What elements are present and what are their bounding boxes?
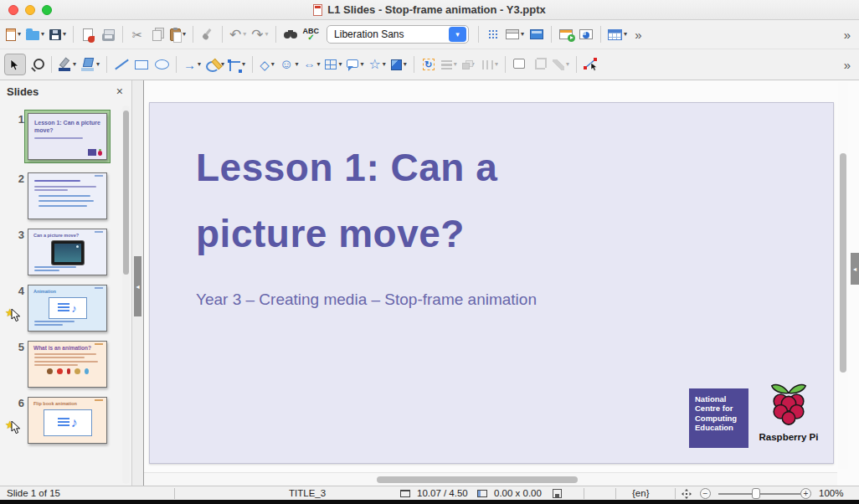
slide-thumbnail-6[interactable]: 6 ★ Flip book animation ♪ bbox=[0, 397, 120, 444]
lines-arrows-button[interactable]: →▾ bbox=[182, 54, 203, 75]
start-slideshow-button[interactable] bbox=[557, 23, 575, 45]
slide-thumbnail-2[interactable]: 2 bbox=[0, 172, 120, 219]
select-tool-button[interactable] bbox=[4, 54, 26, 75]
thumbnail-canvas[interactable]: Lesson 1: Can a picture move? bbox=[28, 113, 107, 160]
zoom-slider-thumb[interactable] bbox=[752, 488, 760, 499]
block-arrows-button[interactable]: ⇔▾ bbox=[301, 54, 321, 75]
3d-objects-caret[interactable]: ▾ bbox=[404, 61, 407, 68]
redo-dropdown-caret[interactable]: ▾ bbox=[265, 31, 269, 38]
zoom-window-button[interactable] bbox=[42, 5, 52, 15]
line-color-button[interactable]: ▾ bbox=[57, 54, 78, 75]
thumbnail-canvas[interactable]: Can a picture move? bbox=[28, 229, 107, 275]
basic-shapes-button[interactable]: ◇▾ bbox=[258, 54, 276, 75]
arrows-caret[interactable]: ▾ bbox=[198, 61, 201, 68]
language-status[interactable]: {en} bbox=[632, 488, 649, 498]
vertical-scrollbar-thumb[interactable] bbox=[840, 153, 846, 373]
slide-canvas[interactable]: Lesson 1: Can a picture move? Year 3 – C… bbox=[149, 102, 834, 464]
save-button[interactable]: ▾ bbox=[48, 23, 68, 45]
open-button[interactable]: ▾ bbox=[24, 23, 46, 45]
insert-rectangle-button[interactable] bbox=[132, 54, 151, 75]
thumbnail-canvas[interactable]: Flip book animation ♪ bbox=[28, 397, 107, 444]
export-pdf-button[interactable] bbox=[79, 23, 97, 45]
transformations-button[interactable]: ↻ bbox=[419, 54, 438, 75]
callouts-caret[interactable]: ▾ bbox=[360, 61, 363, 68]
symbol-shapes-button[interactable]: ☺▾ bbox=[278, 54, 300, 75]
views-dropdown-caret[interactable]: ▾ bbox=[521, 31, 524, 38]
toolbar-overflow-button-right[interactable]: » bbox=[839, 28, 856, 42]
undo-dropdown-caret[interactable]: ▾ bbox=[243, 31, 246, 38]
callout-shapes-button[interactable]: ▾ bbox=[345, 54, 365, 75]
new-dropdown-caret[interactable]: ▾ bbox=[18, 31, 21, 38]
insert-ellipse-button[interactable] bbox=[152, 54, 171, 75]
zoom-in-button[interactable]: + bbox=[800, 488, 811, 499]
horizontal-scrollbar[interactable] bbox=[144, 472, 837, 486]
panel-splitter[interactable]: ◂ bbox=[132, 80, 144, 486]
font-name-combobox[interactable]: Liberation Sans ▾ bbox=[327, 25, 469, 44]
insert-table-button[interactable]: ▾ bbox=[606, 23, 629, 45]
panel-scrollbar-thumb[interactable] bbox=[123, 111, 129, 275]
paste-dropdown-caret[interactable]: ▾ bbox=[183, 31, 186, 38]
insert-chart-button[interactable] bbox=[577, 23, 595, 45]
vertical-scrollbar[interactable] bbox=[838, 82, 848, 469]
font-name-value[interactable]: Liberation Sans bbox=[327, 28, 449, 40]
slide-title-text[interactable]: Lesson 1: Can a picture move? bbox=[196, 135, 615, 267]
sidebar-collapse-handle[interactable]: ◂ bbox=[851, 253, 859, 285]
copy-button[interactable] bbox=[148, 23, 167, 45]
connectors-button[interactable]: ▾ bbox=[228, 54, 247, 75]
open-dropdown-caret[interactable]: ▾ bbox=[41, 31, 44, 38]
close-window-button[interactable] bbox=[8, 5, 18, 15]
thumbnail-canvas[interactable]: Animation ♪ bbox=[28, 285, 107, 332]
redo-button[interactable]: ↷▾ bbox=[249, 23, 270, 45]
display-grid-button[interactable] bbox=[484, 23, 502, 45]
zoom-percent-value[interactable]: 100% bbox=[819, 488, 843, 498]
flowchart-shapes-button[interactable]: ▾ bbox=[323, 54, 343, 75]
stars-caret[interactable]: ▾ bbox=[383, 61, 386, 68]
edit-points-button[interactable] bbox=[582, 54, 600, 75]
slide-transition-indicator[interactable]: ★ bbox=[5, 306, 25, 325]
toolbar-overflow-button[interactable]: » bbox=[630, 28, 646, 42]
basic-shapes-caret[interactable]: ▾ bbox=[271, 61, 275, 68]
horizontal-scrollbar-thumb[interactable] bbox=[377, 476, 578, 483]
cut-button[interactable]: ✂ bbox=[128, 23, 147, 45]
fit-slide-button[interactable] bbox=[682, 489, 692, 501]
shadow-button[interactable] bbox=[511, 54, 529, 75]
connectors-caret[interactable]: ▾ bbox=[242, 61, 245, 68]
symbol-shapes-caret[interactable]: ▾ bbox=[295, 61, 298, 68]
star-shapes-button[interactable]: ☆▾ bbox=[367, 54, 387, 75]
thumbnail-canvas[interactable]: What is an animation? bbox=[28, 341, 107, 388]
table-dropdown-caret[interactable]: ▾ bbox=[624, 31, 627, 38]
save-dropdown-caret[interactable]: ▾ bbox=[63, 31, 66, 38]
new-presentation-button[interactable]: ▾ bbox=[4, 23, 23, 45]
insert-line-button[interactable] bbox=[112, 54, 131, 75]
master-slide-button[interactable] bbox=[527, 23, 546, 45]
slide-thumbnail-1[interactable]: 1 Lesson 1: Can a picture move? bbox=[0, 113, 120, 163]
minimize-window-button[interactable] bbox=[25, 5, 35, 15]
slide-transition-indicator[interactable]: ★ bbox=[5, 419, 25, 437]
font-dropdown-button[interactable]: ▾ bbox=[449, 27, 466, 42]
find-replace-button[interactable] bbox=[281, 23, 300, 45]
curves-polygons-button[interactable]: ▾ bbox=[204, 54, 226, 75]
display-views-button[interactable]: ▾ bbox=[504, 23, 526, 45]
undo-button[interactable]: ↶▾ bbox=[228, 23, 248, 45]
print-button[interactable] bbox=[99, 23, 117, 45]
clone-formatting-button[interactable] bbox=[198, 23, 217, 45]
fill-color-caret[interactable]: ▾ bbox=[96, 61, 100, 68]
slide-thumbnail-5[interactable]: 5 What is an animation? bbox=[0, 341, 120, 388]
line-color-caret[interactable]: ▾ bbox=[73, 61, 76, 68]
zoom-out-button[interactable]: − bbox=[700, 488, 711, 499]
slide-thumbnail-3[interactable]: 3 Can a picture move? bbox=[0, 229, 120, 275]
3d-objects-button[interactable]: ▾ bbox=[389, 54, 409, 75]
panel-scrollbar[interactable] bbox=[122, 105, 130, 484]
thumbnail-canvas[interactable] bbox=[28, 172, 107, 219]
fill-color-button[interactable]: ▾ bbox=[80, 54, 101, 75]
panel-collapse-handle[interactable]: ◂ bbox=[134, 256, 141, 316]
flowchart-caret[interactable]: ▾ bbox=[338, 61, 342, 68]
close-panel-button[interactable]: × bbox=[115, 85, 125, 98]
drawing-toolbar-overflow-button[interactable]: » bbox=[839, 58, 856, 72]
spelling-button[interactable]: ABC ✓ bbox=[301, 23, 321, 45]
slide-thumbnail-4[interactable]: 4 ★ Animation ♪ bbox=[0, 285, 120, 332]
paste-button[interactable]: ▾ bbox=[168, 23, 188, 45]
slide-subtitle-text[interactable]: Year 3 – Creating media – Stop-frame ani… bbox=[196, 291, 537, 309]
zoom-tool-button[interactable] bbox=[28, 54, 46, 75]
block-arrows-caret[interactable]: ▾ bbox=[316, 61, 320, 68]
